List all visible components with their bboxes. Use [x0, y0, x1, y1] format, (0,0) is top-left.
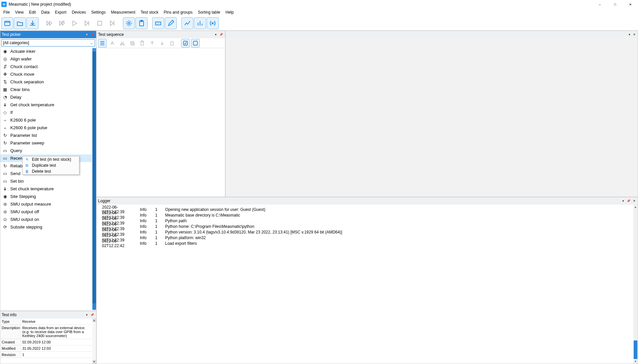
test-item[interactable]: ⇵Chuck contact	[0, 63, 92, 70]
minimize-button[interactable]: –	[592, 0, 607, 9]
test-list[interactable]: ◉Actuate inker◎Align wafer⇵Chuck contact…	[0, 47, 92, 311]
variable-button[interactable]	[207, 17, 219, 29]
test-item[interactable]: ⫠K2600 6 pole pulse	[0, 124, 92, 132]
test-item[interactable]: ▭Set bin	[0, 177, 92, 185]
menu-edit[interactable]: Edit	[26, 9, 39, 15]
sequence-body[interactable]	[97, 48, 225, 197]
seq-cut-button[interactable]	[118, 39, 127, 47]
stop-button[interactable]	[94, 17, 106, 29]
log-n: 1	[155, 230, 165, 234]
dropdown-icon[interactable]: ▾	[85, 313, 88, 317]
menu-view[interactable]: View	[12, 9, 26, 15]
menu-measurement[interactable]: Measurement	[108, 9, 138, 15]
info-value: 1	[21, 352, 92, 358]
skip-end-button[interactable]	[106, 17, 118, 29]
pin-icon[interactable]: 📌	[90, 33, 95, 36]
seq-uncheck-all-button[interactable]	[191, 39, 200, 47]
test-item[interactable]: 🌡Set chuck temperature	[0, 185, 92, 193]
log-lvl: Info	[140, 241, 155, 246]
dropdown-icon[interactable]: ▾	[214, 33, 217, 36]
info-key: Created	[0, 339, 21, 345]
test-item[interactable]: ◉Actuate inker	[0, 47, 92, 55]
svg-rect-1	[98, 21, 102, 25]
dropdown-icon[interactable]: ▾	[622, 199, 625, 203]
category-combo[interactable]: [All categories]	[1, 39, 95, 46]
play-button[interactable]	[68, 17, 80, 29]
pin-icon[interactable]: 📌	[219, 33, 224, 36]
seq-copy-button[interactable]	[128, 39, 137, 47]
edit-pencil-button[interactable]	[165, 17, 177, 29]
test-item-label: SMU output on	[10, 217, 39, 222]
menu-help[interactable]: Help	[223, 9, 237, 15]
menu-file[interactable]: File	[1, 9, 12, 15]
test-item[interactable]: ▦Clear bins	[0, 86, 92, 93]
test-item[interactable]: ▭Query	[0, 147, 92, 154]
settings-button[interactable]	[123, 17, 135, 29]
test-item[interactable]: 🌡Get chuck temperature	[0, 101, 92, 109]
log-row: 2022-06-02T12:22:39Info1Python platform:…	[97, 235, 633, 240]
close-panel-icon[interactable]: ✕	[632, 33, 636, 36]
seq-move-up-button[interactable]	[148, 39, 157, 47]
test-item-icon: ⫠	[2, 118, 8, 123]
ctx-duplicate-test[interactable]: ⧉Duplicate test	[23, 162, 79, 168]
test-item-icon: ▭	[2, 179, 8, 184]
run-fast-button[interactable]	[43, 17, 55, 29]
test-item[interactable]: ⊘SMU output off	[0, 208, 92, 216]
logger-scrollbar[interactable]: ▲▼	[633, 205, 638, 364]
line-chart-button[interactable]	[181, 17, 193, 29]
keyboard-button[interactable]	[152, 17, 164, 29]
test-info-scrollbar[interactable]: ▲▼	[92, 318, 96, 364]
seq-toggle-list-button[interactable]	[98, 39, 107, 47]
maximize-button[interactable]: □	[607, 0, 623, 9]
svg-rect-0	[5, 21, 10, 26]
step-button[interactable]	[81, 17, 93, 29]
bar-chart-button[interactable]	[194, 17, 206, 29]
seq-text-button[interactable]	[108, 39, 117, 47]
info-value: Receives data from an external device. (…	[21, 325, 92, 339]
close-button[interactable]: ✕	[623, 0, 638, 9]
test-item[interactable]: ⊚SMU output measure	[0, 200, 92, 208]
save-project-button[interactable]	[27, 17, 39, 29]
ctx-edit-test[interactable]: ✎Edit test (in test stock)	[23, 156, 79, 162]
open-project-button[interactable]	[14, 17, 26, 29]
test-item[interactable]: ⟳Subsite stepping	[0, 223, 92, 231]
menu-settings[interactable]: Settings	[89, 9, 108, 15]
info-key: Modified	[0, 345, 21, 351]
menu-data[interactable]: Data	[39, 9, 52, 15]
seq-move-down-button[interactable]	[158, 39, 166, 47]
test-item[interactable]: ⊙SMU output on	[0, 216, 92, 223]
test-item[interactable]: ↻Parameter sweep	[0, 139, 92, 147]
dropdown-icon[interactable]: ▾	[85, 33, 88, 36]
menu-export[interactable]: Export	[52, 9, 69, 15]
seq-delete-button[interactable]	[168, 39, 176, 47]
test-item-label: SMU output measure	[10, 202, 51, 207]
info-value: 02.09.2019 12:00	[21, 339, 92, 345]
run-fast-plus-button[interactable]	[56, 17, 68, 29]
test-item[interactable]: ◎Align wafer	[0, 55, 92, 63]
test-item-label: Align wafer	[10, 56, 32, 61]
test-item[interactable]: ↻Parameter list	[0, 132, 92, 139]
pin-icon[interactable]: 📌	[90, 313, 95, 317]
seq-paste-button[interactable]	[138, 39, 147, 47]
ctx-delete-test[interactable]: 🗑Delete test	[23, 168, 79, 174]
test-item[interactable]: ✥Chuck move	[0, 70, 92, 78]
menu-pins-groups[interactable]: Pins and groups	[161, 9, 195, 15]
test-list-scrollbar[interactable]	[92, 48, 96, 310]
menu-sorting-table[interactable]: Sorting table	[195, 9, 223, 15]
dropdown-icon[interactable]: ▾	[628, 33, 631, 36]
test-item[interactable]: ⫠K2600 6 pole	[0, 116, 92, 124]
info-key: Revision	[0, 352, 21, 358]
test-item[interactable]: ⇅Chuck separation	[0, 78, 92, 86]
test-item-icon: 🌡	[2, 186, 8, 192]
menu-devices[interactable]: Devices	[69, 9, 89, 15]
test-item[interactable]: ◇If	[0, 109, 92, 116]
new-project-button[interactable]	[1, 17, 13, 29]
test-item[interactable]: ◉Site Stepping	[0, 193, 92, 200]
clipboard-button[interactable]	[136, 17, 148, 29]
seq-check-all-button[interactable]	[181, 39, 190, 47]
test-item-label: If	[10, 110, 13, 115]
pin-icon[interactable]: 📌	[626, 199, 631, 203]
menu-test-stock[interactable]: Test stock	[138, 9, 161, 15]
test-item[interactable]: ◔Delay	[0, 93, 92, 101]
close-panel-icon[interactable]: ✕	[632, 199, 636, 203]
